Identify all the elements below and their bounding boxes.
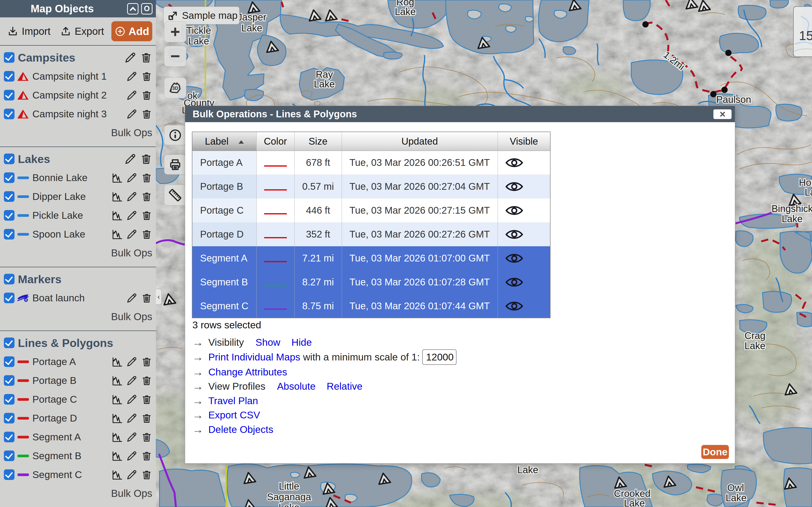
- svg-text:Lake: Lake: [782, 213, 803, 224]
- svg-text:Ray: Ray: [316, 69, 333, 80]
- svg-text:Lake: Lake: [395, 6, 416, 17]
- svg-text:3D: 3D: [172, 86, 179, 91]
- svg-text:Lake: Lake: [314, 79, 335, 89]
- svg-text:Jasper: Jasper: [237, 12, 266, 22]
- svg-text:Little: Little: [279, 481, 299, 492]
- svg-text:Lake: Lake: [624, 498, 645, 507]
- svg-text:Crag: Crag: [745, 330, 766, 341]
- svg-text:Lake: Lake: [745, 340, 766, 351]
- svg-text:La: La: [805, 187, 812, 198]
- svg-text:Bingshick: Bingshick: [771, 203, 812, 214]
- svg-text:Lake: Lake: [188, 36, 209, 46]
- svg-text:Crooked: Crooked: [614, 488, 650, 499]
- svg-text:Owl: Owl: [727, 483, 744, 493]
- svg-text:15U: 15U: [799, 28, 812, 43]
- svg-text:Lake: Lake: [726, 493, 747, 503]
- svg-text:Saganaga: Saganaga: [267, 492, 311, 502]
- svg-text:Lake: Lake: [242, 23, 262, 33]
- svg-text:Paulson: Paulson: [716, 94, 751, 105]
- svg-text:Tickle: Tickle: [186, 25, 211, 36]
- svg-text:Lake: Lake: [517, 464, 539, 475]
- svg-text:Hor: Hor: [799, 177, 812, 188]
- svg-text:Lake: Lake: [278, 502, 300, 507]
